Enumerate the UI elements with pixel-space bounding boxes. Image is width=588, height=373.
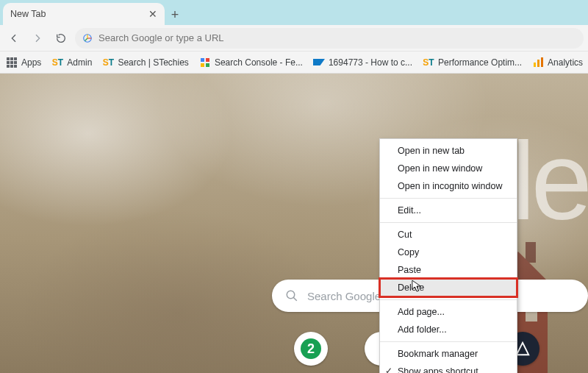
svg-rect-3	[201, 63, 204, 67]
browser-toolbar	[0, 25, 588, 51]
bookmark-performance[interactable]: ST Performance Optim...	[423, 57, 522, 68]
ctx-delete[interactable]: Delete	[380, 279, 517, 296]
st-favicon-icon: ST	[102, 57, 114, 68]
new-tab-page: le Search Google 2 ST Open in new tab Op…	[0, 74, 588, 373]
mouse-cursor-icon	[412, 280, 422, 293]
ctx-bookmark-manager[interactable]: Bookmark manager	[380, 345, 517, 363]
ctx-cut[interactable]: Cut	[380, 226, 517, 244]
svg-rect-1	[201, 58, 204, 62]
bookmark-label: Admin	[67, 57, 92, 68]
bookmark-label: Search | STechies	[118, 57, 189, 68]
badge-2-icon: 2	[301, 338, 321, 359]
browser-tab[interactable]: New Tab ✕	[3, 3, 165, 25]
bookmark-search-console[interactable]: Search Console - Fe...	[199, 57, 303, 68]
separator	[380, 198, 517, 199]
arrow-right-icon	[32, 32, 43, 44]
analytics-favicon-icon	[532, 57, 544, 68]
tab-title: New Tab	[10, 9, 46, 19]
ctx-open-incognito[interactable]: Open in incognito window	[380, 177, 517, 195]
svg-marker-5	[313, 59, 325, 65]
bookmark-context-menu: Open in new tab Open in new window Open …	[379, 138, 517, 373]
bookmark-sap-note[interactable]: 1694773 - How to c...	[313, 57, 412, 68]
search-icon	[285, 289, 298, 302]
ctx-paste[interactable]: Paste	[380, 261, 517, 279]
separator	[380, 299, 517, 300]
reload-icon	[55, 32, 67, 44]
sap-favicon-icon	[313, 57, 325, 68]
bookmark-label: Analytics	[548, 57, 583, 68]
ctx-add-folder[interactable]: Add folder...	[380, 321, 517, 338]
st-favicon-icon: ST	[51, 57, 63, 68]
bookmark-analytics[interactable]: Analytics	[532, 57, 583, 68]
ctx-show-apps[interactable]: Show apps shortcut	[380, 363, 517, 373]
shortcut-1[interactable]: 2	[294, 332, 328, 366]
apps-button[interactable]: Apps	[6, 57, 41, 68]
bookmark-admin[interactable]: ST Admin	[51, 57, 92, 68]
new-tab-button[interactable]: +	[165, 4, 185, 25]
st-favicon-icon: ST	[423, 57, 434, 68]
svg-rect-8	[541, 57, 543, 67]
svg-rect-6	[534, 63, 536, 67]
svg-point-12	[287, 291, 295, 299]
reload-button[interactable]	[51, 29, 71, 48]
forward-button[interactable]	[28, 29, 47, 48]
ntp-search-placeholder: Search Google	[307, 290, 381, 302]
bookmark-search-stechies[interactable]: ST Search | STechies	[102, 57, 189, 68]
svg-rect-4	[206, 63, 209, 67]
ctx-open-new-window[interactable]: Open in new window	[380, 160, 517, 177]
ctx-copy[interactable]: Copy	[380, 244, 517, 261]
omnibox-input[interactable]	[98, 32, 576, 43]
bookmark-label: 1694773 - How to c...	[329, 57, 412, 68]
apps-label: Apps	[21, 57, 41, 68]
bookmarks-bar: Apps ST Admin ST Search | STechies Searc…	[0, 51, 588, 74]
svg-rect-7	[537, 60, 539, 67]
apps-grid-icon	[6, 57, 18, 68]
close-tab-icon[interactable]: ✕	[148, 8, 157, 20]
arrow-left-icon	[8, 32, 20, 44]
separator	[380, 341, 517, 342]
svg-line-13	[293, 297, 297, 301]
bookmark-label: Search Console - Fe...	[215, 57, 303, 68]
svg-rect-2	[206, 58, 209, 62]
gsc-favicon-icon	[199, 57, 211, 68]
ctx-open-new-tab[interactable]: Open in new tab	[380, 142, 517, 160]
google-g-icon	[82, 33, 93, 43]
google-logo-fragment: le	[511, 118, 588, 245]
separator	[380, 222, 517, 223]
back-button[interactable]	[4, 29, 24, 48]
ctx-add-page[interactable]: Add page...	[380, 303, 517, 321]
bookmark-label: Performance Optim...	[438, 57, 522, 68]
address-bar[interactable]	[75, 28, 584, 49]
tab-strip: New Tab ✕ +	[0, 0, 588, 25]
ctx-edit[interactable]: Edit...	[380, 202, 517, 219]
